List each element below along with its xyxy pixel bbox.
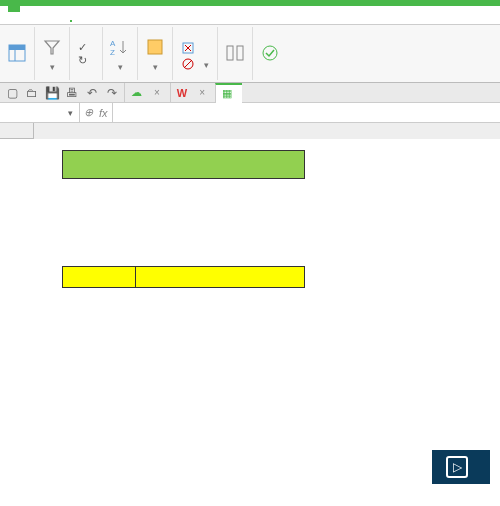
redo-icon[interactable]: ↷	[104, 85, 120, 101]
tab-data[interactable]	[70, 16, 72, 22]
reapply-btn[interactable]: ↻	[76, 54, 96, 67]
quick-access: ▢ 🗀 💾 🖶 ↶ ↷ ☁ × W × ▦	[0, 83, 500, 103]
close-icon[interactable]: ×	[195, 87, 205, 98]
show-all-btn[interactable]: ✓	[76, 41, 96, 54]
delete-dup-btn[interactable]	[179, 41, 204, 57]
svg-rect-1	[9, 45, 25, 50]
formula-bar: ▾ ⊕ fx	[0, 103, 500, 123]
doc-tab-xlsx[interactable]: ▦	[215, 83, 242, 103]
app-title	[8, 0, 20, 12]
tab-start[interactable]	[6, 17, 8, 21]
group-valid[interactable]	[253, 27, 287, 80]
group-filter-opts: ✓ ↻	[70, 27, 103, 80]
ribbon-content: ▾ ✓ ↻ AZ ▾ ▾ ▾	[0, 25, 500, 83]
col-headers	[34, 123, 500, 139]
group-pivot[interactable]	[0, 27, 35, 80]
svg-rect-7	[148, 40, 162, 54]
open-icon[interactable]: 🗀	[24, 85, 40, 101]
split-icon	[224, 42, 246, 64]
group3-cell[interactable]	[62, 237, 305, 266]
doc-tab-wps[interactable]: W ×	[170, 83, 211, 103]
doc-tab-cloud[interactable]: ☁ ×	[124, 83, 166, 103]
delete-dup-icon	[181, 41, 195, 57]
header-name[interactable]	[62, 266, 136, 288]
group-sort[interactable]: AZ ▾	[103, 27, 138, 80]
play-icon: ▷	[446, 456, 468, 478]
tab-view[interactable]	[102, 17, 104, 21]
valid-icon	[259, 42, 281, 64]
tab-layout[interactable]	[38, 17, 40, 21]
close-icon[interactable]: ×	[150, 87, 160, 98]
group1-cell[interactable]	[62, 179, 305, 208]
tab-dev[interactable]	[118, 17, 120, 21]
svg-marker-3	[45, 41, 59, 54]
fx-wizard-icon[interactable]: ⊕	[84, 106, 93, 119]
svg-text:Z: Z	[110, 48, 115, 57]
sheet-area[interactable]	[0, 123, 500, 503]
svg-text:A: A	[110, 39, 116, 48]
group-highlight[interactable]: ▾	[138, 27, 173, 80]
xlsx-icon: ▦	[222, 87, 232, 100]
svg-point-15	[263, 46, 277, 60]
reject-dup-btn[interactable]: ▾	[179, 57, 211, 73]
tab-formula[interactable]	[54, 17, 56, 21]
tab-insert[interactable]	[22, 17, 24, 21]
undo-icon[interactable]: ↶	[84, 85, 100, 101]
watermark: ▷	[432, 450, 490, 484]
chevron-down-icon[interactable]: ▾	[68, 108, 73, 118]
svg-rect-13	[227, 46, 233, 60]
fx-label: fx	[99, 107, 108, 119]
print-icon[interactable]: 🖶	[64, 85, 80, 101]
highlight-icon	[144, 36, 166, 58]
save-icon[interactable]: 💾	[44, 85, 60, 101]
sort-icon: AZ	[109, 36, 131, 58]
new-icon[interactable]: ▢	[4, 85, 20, 101]
group-split[interactable]	[218, 27, 253, 80]
header-mail[interactable]	[135, 266, 305, 288]
ribbon-tabs	[0, 12, 500, 25]
funnel-icon	[41, 36, 63, 58]
showall-icon: ✓	[78, 41, 87, 54]
title-cell[interactable]	[62, 150, 305, 179]
group-autofilter[interactable]: ▾	[35, 27, 70, 80]
select-all-corner[interactable]	[0, 123, 34, 139]
svg-line-12	[184, 60, 192, 68]
reject-dup-icon	[181, 57, 195, 73]
tab-cloud[interactable]	[134, 17, 136, 21]
group-dup: ▾	[173, 27, 218, 80]
tab-review[interactable]	[86, 17, 88, 21]
svg-rect-14	[237, 46, 243, 60]
reapply-icon: ↻	[78, 54, 87, 67]
group2-cell[interactable]	[62, 208, 305, 237]
cloud-icon: ☁	[131, 86, 142, 99]
name-box[interactable]: ▾	[0, 103, 80, 122]
wps-icon: W	[177, 87, 187, 99]
pivot-icon	[6, 42, 28, 64]
formula-input[interactable]	[113, 103, 500, 122]
